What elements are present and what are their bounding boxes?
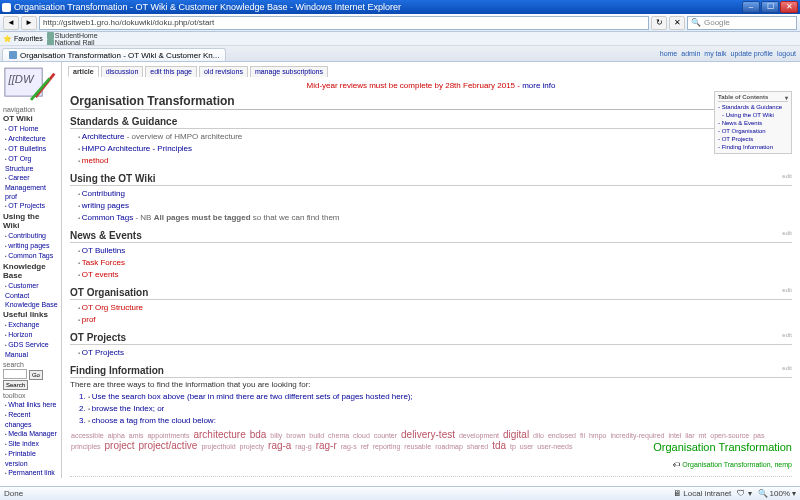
tag[interactable]: mt [699,432,707,439]
tag[interactable]: amis [129,432,144,439]
content-link[interactable]: Task Forces [78,257,792,269]
tab-manage-subscriptions[interactable]: manage subscriptions [250,66,328,77]
tag[interactable]: architecture [193,429,245,440]
content-link[interactable]: writing pages [78,200,792,212]
content-link[interactable]: HMPO Architecture - Principles [78,143,792,155]
tag[interactable]: cloud [353,432,370,439]
tab-edit[interactable]: edit this page [145,66,197,77]
tab-old-revisions[interactable]: old revisions [199,66,248,77]
toolbox-item[interactable]: Media Manager [5,429,58,439]
sidebar-item[interactable]: Exchange [5,320,58,330]
sidebar-item[interactable]: Horizon [5,330,58,340]
top-link-admin[interactable]: admin [681,50,700,57]
go-button[interactable]: Go [29,370,43,380]
toolbox-item[interactable]: What links here [5,400,58,410]
tag[interactable]: tp [510,443,516,450]
tag[interactable]: rag-s [341,443,357,450]
sidebar-item[interactable]: OT Org Structure [5,154,58,173]
tab-article[interactable]: article [68,66,99,77]
tag[interactable]: project [105,440,135,451]
toolbox-item[interactable]: Printable version [5,449,58,468]
tag[interactable]: build [309,432,324,439]
tag[interactable]: fil [580,432,585,439]
tag[interactable]: user-needs [537,443,572,450]
tag[interactable]: enclosed [548,432,576,439]
sidebar-item[interactable]: Common Tags [5,251,58,261]
protected-mode[interactable]: 🛡 ▾ [737,489,751,498]
tag[interactable]: rag-r [316,440,337,451]
browser-tab[interactable]: Organisation Transformation - OT Wiki & … [2,48,226,61]
tag[interactable]: development [459,432,499,439]
sidebar-item[interactable]: Career Management prof [5,173,58,201]
forward-button[interactable]: ► [21,16,37,30]
stop-button[interactable]: ✕ [669,16,685,30]
tab-discussion[interactable]: discussion [101,66,144,77]
toolbox-item[interactable]: Site index [5,439,58,449]
tag[interactable]: projecty [240,443,265,450]
tag[interactable]: alpha [108,432,125,439]
tag[interactable]: pas [753,432,764,439]
tag[interactable]: reporting [373,443,401,450]
tag[interactable]: liar [685,432,694,439]
back-button[interactable]: ◄ [3,16,19,30]
search-input[interactable] [3,369,27,379]
tag[interactable]: ref [361,443,369,450]
minimize-button[interactable]: – [742,1,760,13]
content-link[interactable]: Contributing [78,188,792,200]
content-link[interactable]: OT Projects [78,347,792,359]
toc-entry[interactable]: - OT Organisation [718,127,788,135]
sidebar-item[interactable]: Architecture [5,134,58,144]
toolbox-item[interactable]: Cite this article [5,478,58,479]
sidebar-item[interactable]: OT Projects [5,201,58,211]
sidebar-item[interactable]: Contributing [5,231,58,241]
top-link-my-talk[interactable]: my talk [704,50,726,57]
search-button[interactable]: Search [3,380,28,390]
tag[interactable]: counter [374,432,397,439]
tag[interactable]: rag-g [295,443,311,450]
tag[interactable]: user [520,443,534,450]
edit-section-link[interactable]: edit [782,230,792,236]
wiki-logo[interactable]: [[DW [3,64,59,104]
top-link-home[interactable]: home [660,50,678,57]
toc-collapse-icon[interactable]: ▾ [785,94,788,101]
toolbox-item[interactable]: Permanent link [5,468,58,478]
tag[interactable]: hmpo [589,432,607,439]
sidebar-item[interactable]: Customer Contact Knowledge Base [5,281,58,309]
sidebar-item[interactable]: writing pages [5,241,58,251]
edit-section-link[interactable]: edit [782,332,792,338]
content-link[interactable]: OT Bulletins [78,245,792,257]
tag[interactable]: projecthold [201,443,235,450]
maximize-button[interactable]: ☐ [761,1,779,13]
tag[interactable]: chema [328,432,349,439]
content-link[interactable]: OT events [78,269,792,281]
tag[interactable]: dilo [533,432,544,439]
bookmark-item[interactable]: National Rail [47,39,143,46]
edit-section-link[interactable]: edit [782,287,792,293]
edit-section-link[interactable]: edit [782,173,792,179]
zoom-control[interactable]: 🔍 100% ▾ [758,489,796,498]
toc-entry[interactable]: - Using the OT Wiki [718,111,788,119]
browser-search-input[interactable]: 🔍 Google [687,16,797,30]
tag[interactable]: accessible [71,432,104,439]
tag[interactable]: appointments [147,432,189,439]
sidebar-item[interactable]: GDS Service Manual [5,340,58,359]
content-link[interactable]: prof [78,314,792,326]
content-link[interactable]: method [78,155,792,167]
favorites-button[interactable]: ⭐ Favorites [3,35,43,43]
content-link[interactable]: Architecture - overview of HMPO architec… [78,131,792,143]
tag[interactable]: incredity-required [610,432,664,439]
tag[interactable]: tda [492,440,506,451]
tag[interactable]: delivery-test [401,429,455,440]
tag[interactable]: intel [668,432,681,439]
content-link[interactable]: OT Org Structure [78,302,792,314]
address-bar[interactable]: http://gsitweb1.gro.ho/dokuwiki/doku.php… [39,16,649,30]
content-link[interactable]: Common Tags - NB All pages must be tagge… [78,212,792,224]
sidebar-item[interactable]: OT Home [5,124,58,134]
toc-entry[interactable]: - News & Events [718,119,788,127]
toolbox-item[interactable]: Recent changes [5,410,58,429]
tag[interactable]: brown [286,432,305,439]
edit-section-link[interactable]: edit [782,365,792,371]
toc-entry[interactable]: - Finding Information [718,143,788,151]
tag[interactable]: digital [503,429,529,440]
sidebar-item[interactable]: OT Bulletins [5,144,58,154]
